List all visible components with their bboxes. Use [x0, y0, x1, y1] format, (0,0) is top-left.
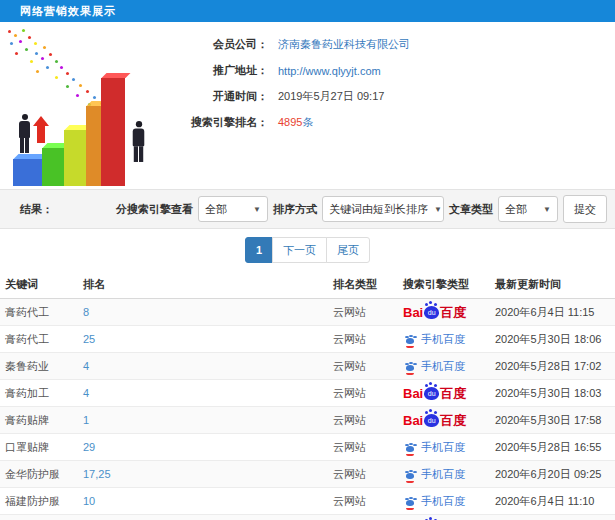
promo-url-link[interactable]: http://www.qlyyjt.com	[278, 65, 381, 77]
engine-cell: Baidu百度 手机百度	[403, 306, 495, 319]
mobile-baidu-icon	[403, 360, 417, 373]
open-time-value: 2019年5月27日 09:17	[278, 89, 384, 104]
rank-count-value: 4895条	[278, 115, 313, 130]
article-type-label: 文章类型	[449, 202, 493, 217]
header-keyword: 关键词	[0, 277, 83, 292]
next-page-button[interactable]: 下一页	[272, 237, 327, 263]
engine-cell: Baidu百度 手机百度	[403, 467, 495, 482]
info-row-url: 推广地址： http://www.qlyyjt.com	[185, 58, 605, 83]
mobile-baidu-icon	[403, 441, 417, 454]
engine-filter-label: 分搜索引擎查看	[116, 202, 193, 217]
rank-link[interactable]: 17,25	[83, 468, 111, 480]
mobile-baidu-icon	[403, 495, 417, 508]
baidu-mobile-logo: 手机百度	[403, 332, 465, 347]
rank-count-label: 搜索引擎排名：	[185, 115, 268, 130]
sort-select-value: 关键词由短到长排序	[329, 202, 428, 217]
table-row: Baidu百度 手机百度	[0, 515, 615, 520]
updated-cell: 2020年5月30日 17:58	[495, 413, 615, 428]
keyword-cell: 金华防护服	[0, 467, 83, 482]
rank-count-number: 4895	[278, 116, 302, 128]
mobile-baidu-icon	[403, 468, 417, 481]
header-rank: 排名	[83, 277, 333, 292]
page-number-current[interactable]: 1	[245, 237, 273, 263]
keyword-rank-table: 关键词 排名 排名类型 搜索引擎类型 最新更新时间 膏药代工 8 云网站 Bai…	[0, 271, 615, 520]
updated-cell: 2020年5月30日 18:03	[495, 386, 615, 401]
updated-cell: 2020年6月4日 11:10	[495, 494, 615, 509]
engine-cell: Baidu百度 手机百度	[403, 414, 495, 427]
baidu-paw-icon: du	[424, 387, 439, 400]
baidu-pc-logo: Baidu百度	[403, 414, 466, 427]
last-page-button[interactable]: 尾页	[326, 237, 370, 263]
header-engine: 搜索引擎类型	[403, 277, 495, 292]
table-row: 秦鲁药业 4 云网站 Baidu百度 手机百度 2020年5月28日 17:02	[0, 353, 615, 380]
rank-link[interactable]: 25	[83, 333, 95, 345]
rank-link[interactable]: 1	[83, 414, 89, 426]
page-title: 网络营销效果展示	[20, 4, 116, 19]
rank-type-cell: 云网站	[333, 332, 403, 347]
chevron-down-icon: ▼	[537, 205, 551, 214]
chevron-down-icon: ▼	[428, 205, 442, 214]
table-row: 口罩贴牌 29 云网站 Baidu百度 手机百度 2020年5月28日 16:5…	[0, 434, 615, 461]
table-row: 金华防护服 17,25 云网站 Baidu百度 手机百度 2020年6月20日 …	[0, 461, 615, 488]
company-name-link[interactable]: 济南秦鲁药业科技有限公司	[278, 37, 410, 52]
engine-cell: Baidu百度 手机百度	[403, 494, 495, 509]
table-row: 膏药加工 4 云网站 Baidu百度 手机百度 2020年5月30日 18:03	[0, 380, 615, 407]
rank-type-cell: 云网站	[333, 386, 403, 401]
keyword-cell: 福建防护服	[0, 494, 83, 509]
businessman-left	[19, 114, 30, 153]
keyword-cell: 秦鲁药业	[0, 359, 83, 374]
rank-type-cell: 云网站	[333, 467, 403, 482]
filter-bar: 结果： 分搜索引擎查看 全部 ▼ 排序方式 关键词由短到长排序 ▼ 文章类型 全…	[0, 189, 615, 229]
baidu-mobile-logo: 手机百度	[403, 440, 465, 455]
open-time-label: 开通时间：	[185, 89, 268, 104]
result-label: 结果：	[20, 202, 53, 217]
updated-cell: 2020年5月28日 16:55	[495, 440, 615, 455]
chevron-down-icon: ▼	[247, 205, 261, 214]
rank-type-cell: 云网站	[333, 305, 403, 320]
pagination: 1 下一页 尾页	[0, 229, 615, 271]
company-label: 会员公司：	[185, 37, 268, 52]
updated-cell: 2020年5月28日 17:02	[495, 359, 615, 374]
table-row: 膏药贴牌 1 云网站 Baidu百度 手机百度 2020年5月30日 17:58	[0, 407, 615, 434]
chart-bar-blue	[13, 159, 44, 186]
engine-cell: Baidu百度 手机百度	[403, 359, 495, 374]
info-section: 会员公司： 济南秦鲁药业科技有限公司 推广地址： http://www.qlyy…	[0, 22, 615, 189]
keyword-cell: 膏药加工	[0, 386, 83, 401]
rank-link[interactable]: 8	[83, 306, 89, 318]
page-title-bar: 网络营销效果展示	[0, 0, 615, 22]
bar-chart-illustration	[0, 30, 182, 190]
rank-count-suffix: 条	[302, 116, 313, 128]
table-header-row: 关键词 排名 排名类型 搜索引擎类型 最新更新时间	[0, 271, 615, 299]
keyword-cell: 膏药代工	[0, 332, 83, 347]
rank-type-cell: 云网站	[333, 494, 403, 509]
confetti-decoration	[8, 30, 11, 33]
header-rank-type: 排名类型	[333, 277, 403, 292]
header-updated: 最新更新时间	[495, 277, 615, 292]
chart-bar-red	[101, 78, 125, 186]
filter-controls: 分搜索引擎查看 全部 ▼ 排序方式 关键词由短到长排序 ▼ 文章类型 全部 ▼ …	[116, 195, 607, 223]
baidu-paw-icon: du	[424, 414, 439, 427]
article-type-select[interactable]: 全部 ▼	[498, 196, 558, 222]
keyword-cell: 膏药代工	[0, 305, 83, 320]
up-arrow-icon	[33, 116, 49, 126]
baidu-pc-logo: Baidu百度	[403, 387, 466, 400]
baidu-mobile-logo: 手机百度	[403, 467, 465, 482]
sort-select[interactable]: 关键词由短到长排序 ▼	[322, 196, 444, 222]
rank-link[interactable]: 4	[83, 387, 89, 399]
rank-link[interactable]: 29	[83, 441, 95, 453]
engine-select-value: 全部	[205, 202, 227, 217]
engine-cell: Baidu百度 手机百度	[403, 332, 495, 347]
table-row: 福建防护服 10 云网站 Baidu百度 手机百度 2020年6月4日 11:1…	[0, 488, 615, 515]
rank-type-cell: 云网站	[333, 413, 403, 428]
app-window: 网络营销效果展示 会员公司： 济南秦鲁药业科技有限公司 推广地址：	[0, 0, 615, 520]
rank-link[interactable]: 4	[83, 360, 89, 372]
keyword-cell: 口罩贴牌	[0, 440, 83, 455]
engine-cell: Baidu百度 手机百度	[403, 387, 495, 400]
sort-filter-label: 排序方式	[273, 202, 317, 217]
rank-link[interactable]: 10	[83, 495, 95, 507]
info-row-company: 会员公司： 济南秦鲁药业科技有限公司	[185, 32, 605, 57]
engine-select[interactable]: 全部 ▼	[198, 196, 268, 222]
baidu-pc-logo: Baidu百度	[403, 306, 466, 319]
engine-cell: Baidu百度 手机百度	[403, 440, 495, 455]
submit-button[interactable]: 提交	[563, 195, 607, 223]
